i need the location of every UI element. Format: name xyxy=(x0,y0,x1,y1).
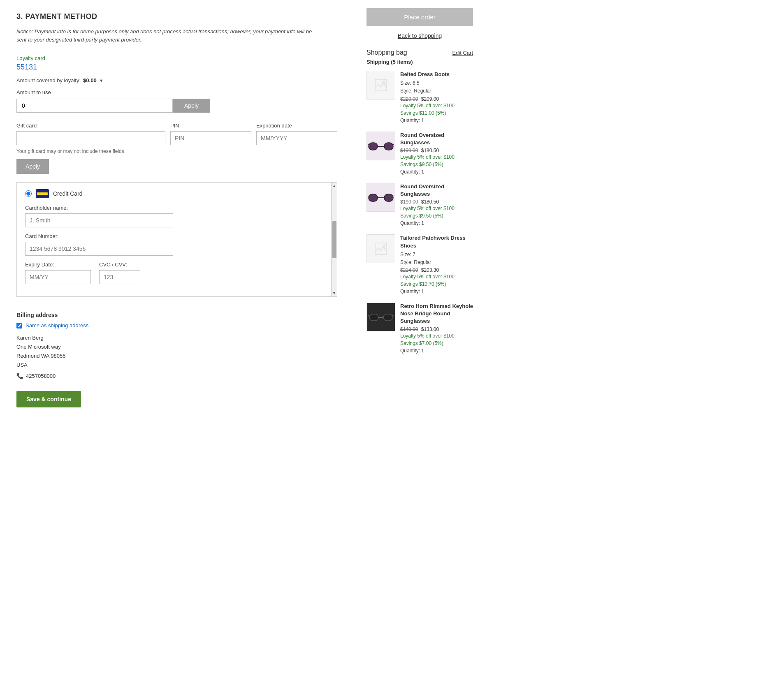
svg-line-5 xyxy=(368,143,369,145)
gift-card-row: Gift card PIN Expiration date xyxy=(16,123,337,145)
svg-rect-7 xyxy=(369,194,378,201)
item-prices: $190.00 $180.50 xyxy=(400,199,473,205)
item-name: Round Oversized Sunglasses xyxy=(400,132,473,146)
item-price-original: $220.00 xyxy=(400,96,418,102)
item-prices: $190.00 $180.50 xyxy=(400,148,473,153)
billing-phone-row: 📞 4257058000 xyxy=(16,371,337,381)
gift-pin-input[interactable] xyxy=(170,131,251,145)
svg-line-18 xyxy=(392,315,394,316)
item-prices: $214.00 $203.30 xyxy=(400,267,473,273)
item-quantity: Quantity: 1 xyxy=(400,348,473,354)
place-order-button[interactable]: Place order xyxy=(366,8,473,26)
scroll-down-arrow[interactable]: ▼ xyxy=(332,290,336,296)
item-price-sale: $133.00 xyxy=(421,326,439,332)
loyalty-card-label: Loyalty card xyxy=(16,55,337,61)
svg-rect-8 xyxy=(384,194,393,201)
item-details: Belted Dress Boots Size: 6.5Style: Regul… xyxy=(400,71,473,123)
item-quantity: Quantity: 1 xyxy=(400,169,473,175)
svg-rect-2 xyxy=(369,143,378,150)
same-as-shipping-checkbox[interactable] xyxy=(16,323,22,328)
cart-item: Retro Horn Rimmed Keyhole Nose Bridge Ro… xyxy=(366,303,473,354)
edit-cart-link[interactable]: Edit Cart xyxy=(452,50,473,56)
shipping-label: Shipping (5 items) xyxy=(366,59,473,65)
cardholder-label: Cardholder name: xyxy=(25,205,329,211)
gift-card-section: Gift card PIN Expiration date Your gift … xyxy=(16,123,337,174)
gift-pin-field: PIN xyxy=(170,123,251,145)
item-name: Belted Dress Boots xyxy=(400,71,473,78)
shopping-bag-header: Shopping bag Edit Cart xyxy=(366,49,473,56)
item-price-sale: $180.50 xyxy=(421,148,439,153)
svg-rect-15 xyxy=(383,314,392,321)
item-price-original: $140.00 xyxy=(400,326,418,332)
gift-card-input[interactable] xyxy=(16,131,165,145)
svg-line-17 xyxy=(368,315,369,316)
credit-card-radio[interactable] xyxy=(25,190,32,197)
card-form: Cardholder name: Card Number: Expiry Dat… xyxy=(25,205,329,290)
billing-phone: 4257058000 xyxy=(26,372,56,381)
credit-card-label: Credit Card xyxy=(53,190,83,197)
item-image-sunglasses xyxy=(366,132,395,160)
item-loyalty: Loyalty 5% off over $100: Savings $10.70… xyxy=(400,273,473,288)
item-price-sale: $203.30 xyxy=(421,267,439,273)
section-title: 3. PAYMENT METHOD xyxy=(16,12,337,21)
item-size: Size: 7 xyxy=(400,251,473,259)
billing-section: Billing address Same as shipping address… xyxy=(16,305,337,381)
item-name: Retro Horn Rimmed Keyhole Nose Bridge Ro… xyxy=(400,303,473,325)
item-price-sale: $180.50 xyxy=(421,199,439,205)
scroll-up-arrow[interactable]: ▲ xyxy=(332,183,336,189)
notice-text: Notice: Payment info is for demo purpose… xyxy=(16,28,313,44)
amount-covered-label: Amount covered by loyalty: xyxy=(16,77,81,83)
item-loyalty: Loyalty 5% off over $100: Savings $9.50 … xyxy=(400,153,473,168)
billing-checkbox-row[interactable]: Same as shipping address xyxy=(16,322,337,328)
item-prices: $220.00 $209.00 xyxy=(400,96,473,102)
amount-covered-dropdown[interactable]: ▼ xyxy=(99,78,104,83)
cart-item: Belted Dress Boots Size: 6.5Style: Regul… xyxy=(366,71,473,123)
item-price-original: $190.00 xyxy=(400,148,418,153)
cvv-field: CVC / CVV: xyxy=(99,261,140,284)
back-to-shopping-link[interactable]: Back to shopping xyxy=(366,32,473,39)
cart-item: Round Oversized Sunglasses $190.00 $180.… xyxy=(366,132,473,175)
amount-to-use-input[interactable] xyxy=(16,99,173,113)
same-as-shipping-label: Same as shipping address xyxy=(26,322,88,328)
phone-icon: 📞 xyxy=(16,371,23,381)
item-name: Round Oversized Sunglasses xyxy=(400,183,473,198)
item-details: Retro Horn Rimmed Keyhole Nose Bridge Ro… xyxy=(400,303,473,354)
svg-line-11 xyxy=(393,195,394,196)
loyalty-number-highlight: 1 xyxy=(33,63,37,71)
billing-title: Billing address xyxy=(16,312,337,318)
shopping-bag-title: Shopping bag xyxy=(366,49,407,56)
gift-card-apply-button[interactable]: Apply xyxy=(16,159,49,174)
amount-covered-row: Amount covered by loyalty: $0.00 ▼ xyxy=(16,77,337,83)
billing-address: Karen Berg One Microsoft way Redmond WA … xyxy=(16,333,337,381)
loyalty-number-text: 5513 xyxy=(16,63,33,71)
save-continue-button[interactable]: Save & continue xyxy=(16,391,81,407)
payment-method-container: Credit Card Cardholder name: Card Number… xyxy=(16,182,337,297)
loyalty-apply-button[interactable]: Apply xyxy=(173,99,210,113)
gift-exp-input[interactable] xyxy=(256,131,337,145)
credit-card-option[interactable]: Credit Card xyxy=(25,189,329,198)
cvv-input[interactable] xyxy=(99,270,140,284)
item-prices: $140.00 $133.00 xyxy=(400,326,473,332)
gift-exp-label: Expiration date xyxy=(256,123,337,129)
item-meta: Size: 7Style: Regular xyxy=(400,251,473,266)
cart-item: Round Oversized Sunglasses $190.00 $180.… xyxy=(366,183,473,226)
item-price-original: $214.00 xyxy=(400,267,418,273)
amount-covered-value: $0.00 xyxy=(83,77,97,83)
item-meta: Size: 6.5Style: Regular xyxy=(400,79,473,95)
item-name: Tailored Patchwork Dress Shoes xyxy=(400,234,473,249)
cardholder-input[interactable] xyxy=(25,213,173,227)
card-number-input[interactable] xyxy=(25,242,173,256)
credit-card-icon xyxy=(36,189,49,198)
cart-item: Tailored Patchwork Dress Shoes Size: 7St… xyxy=(366,234,473,294)
billing-country: USA xyxy=(16,361,337,370)
gift-card-field: Gift card xyxy=(16,123,165,145)
item-quantity: Quantity: 1 xyxy=(400,289,473,294)
item-quantity: Quantity: 1 xyxy=(400,118,473,123)
expiry-input[interactable] xyxy=(25,270,91,284)
gift-exp-field: Expiration date xyxy=(256,123,337,145)
item-quantity: Quantity: 1 xyxy=(400,220,473,226)
item-image-sunglasses-dark xyxy=(366,303,395,331)
card-number-label: Card Number: xyxy=(25,233,329,239)
item-details: Round Oversized Sunglasses $190.00 $180.… xyxy=(400,183,473,226)
billing-name: Karen Berg xyxy=(16,333,337,342)
